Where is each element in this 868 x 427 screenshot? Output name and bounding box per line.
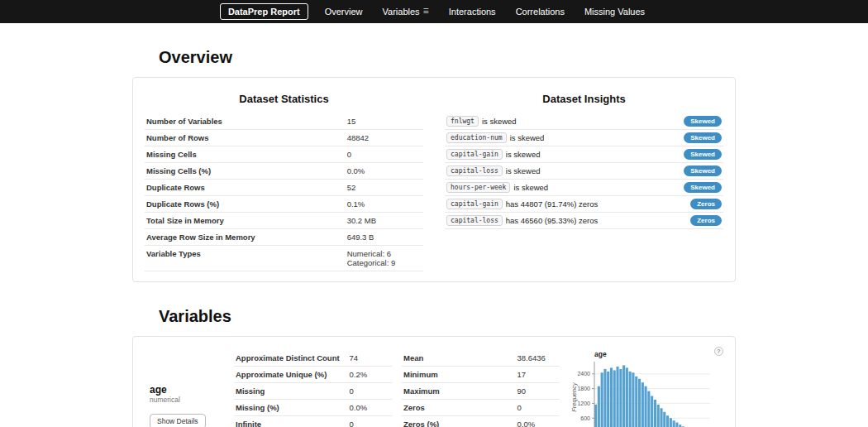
stat-label: Zeros (%) (402, 416, 516, 427)
stat-label: Missing (234, 383, 348, 400)
svg-text:1800: 1800 (577, 386, 590, 391)
stat-label: Duplicate Rows (%) (145, 196, 346, 213)
stat-row: Variable TypesNumerical: 6 Categorical: … (145, 246, 423, 271)
stat-value: 0.0% (348, 400, 392, 416)
insight-badge: Zeros (690, 199, 722, 209)
stat-label: Number of Variables (145, 113, 346, 130)
nav-item-variables-label: Variables (383, 7, 420, 17)
nav-item-missing-values[interactable]: Missing Values (581, 4, 648, 19)
age-histogram-container: 60012001800240020406080ageageFrequency (570, 348, 723, 427)
stat-row: Total Size in Memory30.2 MB (145, 213, 423, 229)
stat-row: Maximum90 (402, 383, 560, 400)
nav-item-overview[interactable]: Overview (322, 4, 366, 19)
insight-text-group: capital-lossis skewed (446, 166, 541, 176)
stat-row: Duplicate Rows52 (145, 180, 423, 196)
stat-label: Number of Rows (145, 130, 346, 146)
stat-label: Approximate Unique (%) (234, 367, 348, 383)
insight-badge: Skewed (684, 166, 722, 176)
insight-text: is skewed (506, 150, 541, 159)
svg-text:Frequency: Frequency (570, 381, 578, 412)
stat-row: Number of Rows48842 (145, 130, 423, 146)
stat-label: Approximate Distinct Count (234, 350, 348, 367)
column-code-chip: capital-loss (446, 166, 503, 176)
stat-value: 0 (346, 146, 423, 163)
stat-value: 0.0% (516, 416, 560, 427)
stat-row: Missing Cells0 (145, 146, 423, 163)
stat-row: Missing (%)0.0% (234, 400, 392, 416)
insight-item: capital-gainhas 44807 (91.74%) zerosZero… (445, 196, 723, 213)
stat-value: 38.6436 (516, 350, 560, 367)
insight-item: hours-per-weekis skewedSkewed (445, 180, 723, 196)
variable-name: age (150, 384, 224, 396)
variables-card: age numerical Show Details Approximate D… (132, 336, 736, 427)
column-code-chip: fnlwgt (446, 116, 479, 127)
stat-label: Total Size in Memory (145, 213, 346, 229)
stat-row: Missing Cells (%)0.0% (145, 163, 423, 180)
insight-badge: Skewed (684, 149, 722, 160)
insight-text-group: capital-losshas 46560 (95.33%) zeros (446, 215, 598, 226)
age-stats-right-table: Mean38.6436Minimum17Maximum90Zeros0Zeros… (402, 350, 560, 427)
insights-list: fnlwgtis skewedSkewededucation-numis ske… (445, 113, 723, 229)
stat-value: 0 (348, 383, 392, 400)
age-histogram: 60012001800240020406080ageageFrequency (570, 348, 717, 427)
nav-item-correlations-label: Correlations (516, 7, 565, 17)
insight-text: is skewed (513, 183, 548, 192)
stat-value: 17 (516, 367, 560, 383)
stat-label: Infinite (234, 416, 348, 427)
stat-row: Number of Variables15 (145, 113, 423, 130)
help-icon[interactable]: ? (714, 347, 723, 356)
nav-item-correlations[interactable]: Correlations (513, 4, 568, 19)
insight-text: is skewed (506, 166, 541, 175)
insight-text-group: capital-gainhas 44807 (91.74%) zeros (446, 199, 598, 209)
insight-badge: Skewed (684, 182, 722, 193)
stat-value: Numerical: 6 Categorical: 9 (346, 246, 423, 271)
menu-icon: ☰ (423, 8, 429, 15)
column-code-chip: capital-loss (446, 215, 503, 226)
stat-label: Missing (%) (234, 400, 348, 416)
stat-row: Missing0 (234, 383, 392, 400)
insight-text-group: fnlwgtis skewed (446, 116, 517, 127)
stat-label: Average Row Size in Memory (145, 229, 346, 246)
column-code-chip: education-num (446, 132, 507, 143)
column-code-chip: capital-gain (446, 199, 503, 209)
stat-row: Infinite0 (234, 416, 392, 427)
stat-label: Minimum (402, 367, 516, 383)
stat-row: Approximate Distinct Count74 (234, 350, 392, 367)
insight-badge: Skewed (684, 116, 722, 127)
insight-item: fnlwgtis skewedSkewed (445, 113, 723, 130)
variable-block-age: age numerical Show Details Approximate D… (145, 347, 723, 427)
variables-section-title: Variables (159, 307, 736, 326)
svg-text:1200: 1200 (577, 401, 590, 406)
show-details-button[interactable]: Show Details (150, 414, 206, 427)
insight-text: has 44807 (91.74%) zeros (506, 199, 598, 209)
stat-row: Duplicate Rows (%)0.1% (145, 196, 423, 213)
insight-text-group: education-numis skewed (446, 132, 544, 143)
report-content: Overview Dataset Statistics Number of Va… (132, 48, 736, 427)
column-code-chip: hours-per-week (446, 182, 510, 193)
insight-text-group: capital-gainis skewed (446, 149, 541, 160)
overview-section-title: Overview (159, 48, 736, 67)
stat-row: Mean38.6436 (402, 350, 560, 367)
stat-value: 0.1% (346, 196, 423, 213)
stat-value: 0.2% (348, 367, 392, 383)
nav-item-interactions[interactable]: Interactions (446, 4, 499, 19)
brand-button[interactable]: DataPrep Report (220, 3, 308, 20)
stat-row: Approximate Unique (%)0.2% (234, 367, 392, 383)
svg-text:600: 600 (580, 415, 590, 421)
stat-row: Zeros0 (402, 400, 560, 416)
stat-value: 90 (516, 383, 560, 400)
insight-text: is skewed (510, 133, 545, 142)
insight-text-group: hours-per-weekis skewed (446, 182, 548, 193)
dataset-insights-title: Dataset Insights (445, 93, 723, 105)
insight-text: has 46560 (95.33%) zeros (506, 216, 598, 225)
stat-value: 52 (346, 180, 423, 196)
overview-card: Dataset Statistics Number of Variables15… (132, 77, 736, 282)
dataset-statistics-title: Dataset Statistics (145, 93, 423, 105)
nav-item-variables[interactable]: Variables ☰ (379, 4, 432, 19)
stat-label: Missing Cells (145, 146, 346, 163)
dataset-statistics-panel: Dataset Statistics Number of Variables15… (145, 88, 423, 271)
column-code-chip: capital-gain (446, 149, 503, 160)
svg-text:2400: 2400 (577, 371, 590, 377)
stat-label: Zeros (402, 400, 516, 416)
stat-row: Minimum17 (402, 367, 560, 383)
